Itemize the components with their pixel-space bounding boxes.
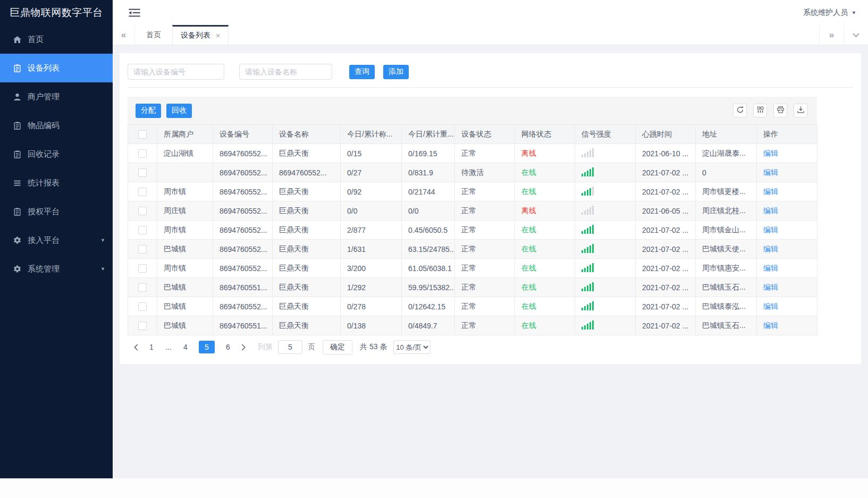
sidebar-item-label: 设备列表	[28, 63, 60, 73]
row-checkbox[interactable]	[138, 149, 147, 158]
select-all-cell	[128, 125, 157, 144]
device-no-cell: 8694760552...	[213, 297, 273, 316]
edit-link[interactable]: 编辑	[763, 225, 778, 234]
network-status-badge: 在线	[521, 283, 536, 291]
edit-link[interactable]: 编辑	[763, 187, 778, 196]
signal-bars-icon	[582, 167, 594, 176]
sidebar-item-system-management[interactable]: 系统管理▼	[0, 255, 113, 283]
device-name-cell: 巨鼎天衡	[273, 182, 341, 201]
device-name-cell: 巨鼎天衡	[273, 297, 341, 316]
columns-icon	[756, 106, 764, 115]
row-checkbox[interactable]	[138, 302, 147, 311]
sidebar-item-home[interactable]: 首页	[0, 25, 113, 54]
select-all-checkbox[interactable]	[138, 130, 147, 139]
tabs-menu-icon[interactable]	[844, 25, 868, 45]
sidebar-item-recycle-records[interactable]: 回收记录	[0, 140, 113, 168]
sidebar-item-merchant-management[interactable]: 商户管理	[0, 82, 113, 111]
row-checkbox[interactable]	[138, 283, 147, 292]
sidebar-item-access-platform[interactable]: 接入平台▼	[0, 226, 113, 255]
device-name-cell: 巨鼎天衡	[273, 316, 341, 335]
pagination-page-1[interactable]: 1	[147, 343, 156, 351]
column-header-address: 地址	[696, 125, 757, 144]
today-weight-cell: 0/169.15	[402, 144, 455, 163]
device-status-cell: 正常	[455, 240, 515, 259]
add-button[interactable]: 添加	[383, 65, 409, 79]
signal-strength-cell	[575, 259, 636, 278]
search-button[interactable]: 查询	[349, 65, 375, 79]
column-header-today_count: 今日/累计称...	[341, 125, 402, 144]
tab-home[interactable]: 首页	[135, 25, 172, 45]
merchant-cell: 周市镇	[157, 259, 213, 278]
device-name-input[interactable]	[239, 64, 332, 80]
row-checkbox[interactable]	[138, 245, 147, 254]
device-name-cell: 巨鼎天衡	[273, 259, 341, 278]
column-header-device_status: 设备状态	[455, 125, 515, 144]
recycle-button[interactable]: 回收	[166, 104, 192, 118]
row-checkbox[interactable]	[138, 188, 147, 196]
collapse-sidebar-icon[interactable]	[129, 9, 140, 17]
pagination-page-6[interactable]: 6	[223, 343, 233, 351]
edit-link[interactable]: 编辑	[763, 149, 778, 157]
edit-link[interactable]: 编辑	[763, 264, 778, 272]
heartbeat-cell: 2021-07-02 ...	[636, 316, 696, 335]
signal-bars-icon	[582, 148, 594, 157]
heartbeat-cell: 2021-07-02 ...	[636, 221, 696, 240]
device-status-cell: 待激活	[455, 163, 515, 182]
table-row: 巴城镇8694760551...巨鼎天衡0/1380/4849.7正常在线202…	[128, 316, 818, 335]
edit-link[interactable]: 编辑	[763, 168, 778, 176]
network-status-badge: 在线	[521, 302, 536, 310]
device-status-cell: 正常	[455, 221, 515, 240]
edit-link[interactable]: 编辑	[763, 321, 778, 330]
export-button[interactable]	[794, 104, 807, 117]
sidebar-item-device-list[interactable]: 设备列表	[0, 54, 113, 82]
today-count-cell: 0/27	[341, 163, 402, 182]
pagination-page-4[interactable]: 4	[181, 343, 190, 351]
network-status-badge: 离线	[521, 149, 536, 157]
row-checkbox[interactable]	[138, 168, 147, 177]
refresh-button[interactable]	[733, 104, 747, 117]
row-checkbox[interactable]	[138, 207, 147, 215]
address-cell: 周市镇惠安...	[696, 259, 757, 278]
today-count-cell: 0/15	[341, 144, 402, 163]
assign-button[interactable]: 分配	[136, 104, 161, 118]
print-button[interactable]	[773, 104, 787, 117]
column-header-device_name: 设备名称	[273, 125, 341, 144]
address-cell: 周市镇更楼...	[696, 182, 757, 201]
edit-link[interactable]: 编辑	[763, 244, 778, 253]
confirm-button[interactable]: 确定	[323, 340, 352, 354]
address-cell: 巴城镇玉石...	[696, 316, 757, 335]
network-status-badge: 在线	[521, 244, 536, 253]
edit-link[interactable]: 编辑	[763, 206, 778, 215]
device-no-input[interactable]	[128, 64, 224, 80]
page-size-select[interactable]: 10 条/页	[393, 340, 431, 354]
sidebar-item-statistics-report[interactable]: 统计报表	[0, 168, 113, 197]
close-icon[interactable]: ×	[216, 31, 220, 40]
today-count-cell: 0/92	[341, 182, 402, 201]
pagination-prev-icon[interactable]	[133, 344, 138, 351]
row-checkbox[interactable]	[138, 264, 147, 273]
sidebar-item-authorization-platform[interactable]: 授权平台	[0, 197, 113, 226]
heartbeat-cell: 2021-06-10 ...	[636, 144, 696, 163]
jump-page-input[interactable]	[278, 340, 302, 354]
row-checkbox[interactable]	[138, 226, 147, 234]
edit-link[interactable]: 编辑	[763, 302, 778, 310]
device-list-card: 查询 添加 分配 回收 所属商户设备编号设备名称今日/累计称...今日/累计重.…	[120, 53, 861, 364]
network-status-cell: 在线	[515, 221, 575, 240]
merchant-cell: 周庄镇	[157, 201, 213, 221]
pagination: 1...456 到第 页 确定 共 53 条 10 条/页	[128, 335, 817, 359]
tabs-scroll-left-icon[interactable]: «	[113, 25, 135, 45]
device-name-cell: 8694760552...	[273, 163, 341, 182]
pagination-page-5[interactable]: 5	[199, 341, 215, 353]
edit-link[interactable]: 编辑	[763, 283, 778, 291]
signal-strength-cell	[575, 278, 636, 297]
row-checkbox[interactable]	[138, 322, 147, 330]
user-menu[interactable]: 系统维护人员 ▼	[803, 8, 856, 18]
tabs-scroll-right-icon[interactable]: »	[819, 25, 844, 45]
sidebar-item-item-code[interactable]: 物品编码	[0, 111, 113, 140]
pagination-next-icon[interactable]	[241, 344, 246, 351]
columns-button[interactable]	[753, 104, 767, 117]
clipboard-icon	[13, 207, 22, 216]
table-row: 巴城镇8694760552...巨鼎天衡1/63163.15/24785...正…	[128, 240, 818, 259]
address-cell: 巴城镇天使...	[696, 240, 757, 259]
tab-device-list[interactable]: 设备列表×	[172, 25, 229, 45]
